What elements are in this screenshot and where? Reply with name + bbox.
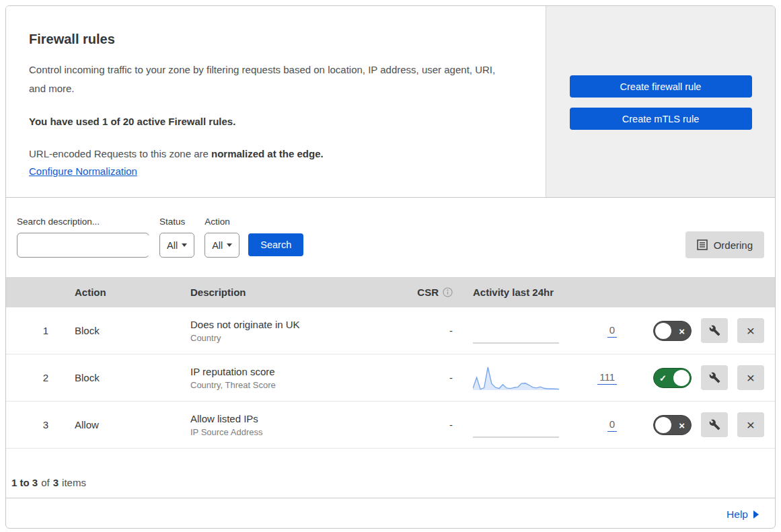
help-row: Help xyxy=(6,498,775,529)
total-count: 3 xyxy=(53,477,59,488)
delete-rule-button[interactable]: × xyxy=(737,318,764,343)
action-select[interactable]: All xyxy=(204,233,239,258)
csr-value: - xyxy=(400,325,455,336)
status-select[interactable]: All xyxy=(159,233,194,258)
activity-column-header: Activity last 24hr xyxy=(455,287,617,298)
rule-criteria: Country xyxy=(190,333,400,343)
wrench-icon xyxy=(709,325,720,336)
chevron-down-icon xyxy=(182,243,187,247)
search-label: Search description... xyxy=(17,217,149,227)
description-cell: Allow listed IPs IP Source Address xyxy=(184,413,400,437)
configure-normalization-link[interactable]: Configure Normalization xyxy=(29,165,137,177)
help-label: Help xyxy=(727,508,748,521)
table-row: 2 Block IP reputation score Country, Thr… xyxy=(6,354,775,402)
toggle-knob xyxy=(655,417,671,433)
ordering-button[interactable]: Ordering xyxy=(685,231,764,258)
activity-sparkline xyxy=(473,363,559,393)
activity-count-link[interactable]: 0 xyxy=(607,324,617,338)
delete-rule-button[interactable]: × xyxy=(737,365,764,390)
priority-cell: 3 xyxy=(6,419,73,430)
rule-description: Allow listed IPs xyxy=(190,413,400,424)
action-label: Action xyxy=(204,217,239,227)
table-row: 3 Allow Allow listed IPs IP Source Addre… xyxy=(6,402,775,449)
delete-rule-button[interactable]: × xyxy=(737,412,764,437)
normalization-bold: normalized at the edge. xyxy=(211,148,324,159)
header-text-block: Firewall rules Control incoming traffic … xyxy=(6,6,546,197)
actions-panel: Create firewall rule Create mTLS rule xyxy=(546,6,775,197)
description-cell: Does not originate in UK Country xyxy=(184,319,400,343)
rule-controls: ✓ × × xyxy=(617,365,775,390)
csr-value: - xyxy=(400,372,455,383)
search-input-wrapper xyxy=(17,233,149,258)
rule-criteria: IP Source Address xyxy=(190,427,400,437)
status-toggle[interactable]: ✓ × xyxy=(653,321,692,341)
activity-sparkline xyxy=(473,316,559,346)
action-column-header: Action xyxy=(73,287,184,298)
chevron-down-icon xyxy=(227,243,232,247)
help-link[interactable]: Help xyxy=(727,508,759,521)
priority-cell: 1 xyxy=(6,325,73,336)
csr-value: - xyxy=(400,419,455,430)
search-button[interactable]: Search xyxy=(248,233,303,256)
rule-controls: ✓ × × xyxy=(617,318,775,343)
search-filter-group: Search description... xyxy=(17,217,149,277)
rule-description: Does not originate in UK xyxy=(190,319,400,330)
edit-rule-button[interactable] xyxy=(701,318,728,343)
activity-cell: 0 xyxy=(455,316,617,346)
header-section: Firewall rules Control incoming traffic … xyxy=(6,6,775,198)
items-text: items xyxy=(62,477,86,488)
search-input[interactable] xyxy=(30,235,152,256)
page-description: Control incoming traffic to your zone by… xyxy=(29,61,508,98)
of-text: of xyxy=(41,477,50,488)
ordering-button-label: Ordering xyxy=(714,239,753,251)
priority-cell: 2 xyxy=(6,372,73,383)
status-label: Status xyxy=(159,217,194,227)
toggle-knob xyxy=(673,370,690,386)
normalization-prefix: URL-encoded Requests to this zone are xyxy=(29,148,209,159)
list-icon xyxy=(697,239,708,250)
action-cell: Block xyxy=(73,372,184,383)
x-icon: × xyxy=(679,325,685,336)
description-cell: IP reputation score Country, Threat Scor… xyxy=(184,366,400,390)
status-select-value: All xyxy=(167,240,178,251)
activity-cell: 111 xyxy=(455,363,617,393)
arrow-right-icon xyxy=(753,510,759,519)
rule-controls: ✓ × × xyxy=(617,412,775,437)
status-toggle[interactable]: ✓ × xyxy=(653,415,692,435)
edit-rule-button[interactable] xyxy=(701,412,728,437)
toggle-knob xyxy=(655,323,671,339)
page-title: Firewall rules xyxy=(29,32,525,47)
csr-header-label: CSR xyxy=(417,287,439,298)
activity-sparkline xyxy=(473,410,559,440)
status-toggle[interactable]: ✓ × xyxy=(653,368,692,388)
action-cell: Block xyxy=(73,325,184,336)
wrench-icon xyxy=(709,372,720,383)
create-firewall-rule-button[interactable]: Create firewall rule xyxy=(570,75,752,98)
create-mtls-rule-button[interactable]: Create mTLS rule xyxy=(570,108,752,130)
pagination-summary: 1 to 3 of 3 items xyxy=(6,449,775,498)
table-row: 1 Block Does not originate in UK Country… xyxy=(6,307,775,354)
table-header: Action Description CSR Activity last 24h… xyxy=(6,277,775,307)
usage-text: You have used 1 of 20 active Firewall ru… xyxy=(29,116,525,127)
info-icon[interactable] xyxy=(443,287,453,297)
edit-rule-button[interactable] xyxy=(701,365,728,390)
range-text: 1 to 3 xyxy=(11,477,38,488)
normalization-text: URL-encoded Requests to this zone are no… xyxy=(29,148,525,159)
filter-bar: Search description... Status All Action … xyxy=(6,198,775,277)
firewall-rules-panel: Firewall rules Control incoming traffic … xyxy=(5,5,776,529)
action-cell: Allow xyxy=(73,419,184,430)
rule-criteria: Country, Threat Score xyxy=(190,380,400,390)
description-column-header: Description xyxy=(184,287,400,298)
x-icon: × xyxy=(679,419,685,430)
status-filter-group: Status All xyxy=(159,217,194,277)
action-filter-group: Action All xyxy=(204,217,239,277)
activity-cell: 0 xyxy=(455,410,617,440)
csr-column-header: CSR xyxy=(400,287,455,298)
check-icon: ✓ xyxy=(659,373,667,383)
activity-count-link[interactable]: 111 xyxy=(597,371,617,385)
rule-description: IP reputation score xyxy=(190,366,400,377)
action-select-value: All xyxy=(212,240,223,251)
wrench-icon xyxy=(709,419,720,430)
activity-count-link[interactable]: 0 xyxy=(607,418,617,432)
